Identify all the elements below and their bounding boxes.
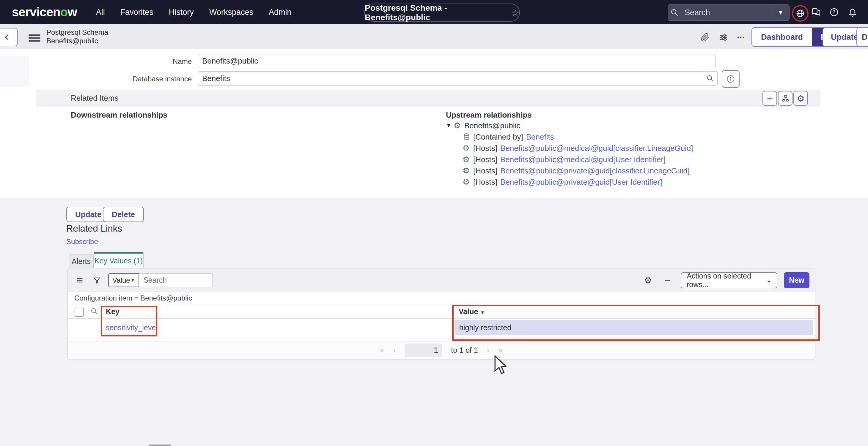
dashboard-view-button[interactable]: Dashboard: [752, 28, 812, 46]
relation-type: [Hosts]: [473, 166, 497, 175]
related-items-band: Related Items ⚙: [36, 90, 820, 107]
value-cell-highlighted[interactable]: highly restricted: [455, 320, 813, 335]
gear-icon: ⚙: [454, 121, 464, 130]
key-values-list: Value ▼ ⚙ Actions on selected rows... ⌄ …: [67, 268, 815, 359]
value-cell-text: highly restricted: [459, 323, 511, 332]
filter-breadcrumb[interactable]: Configuration item = Benefits@public: [74, 294, 192, 302]
context-pill[interactable]: Postgresql Schema - Benefits@public ☆: [364, 4, 520, 22]
side-panel-shadow: [0, 56, 29, 87]
search-field-selector[interactable]: Value ▼: [108, 273, 139, 287]
tree-row: [Contained by] Benefits: [463, 131, 832, 142]
list-menu-icon[interactable]: [73, 274, 86, 287]
key-cell-link[interactable]: sensitivity_level: [106, 323, 158, 332]
context-pill-label: Postgresql Schema - Benefits@public: [365, 3, 507, 22]
servicenow-app: servicenow All Favorites History Workspa…: [0, 0, 868, 446]
tab-key-values[interactable]: Key Values (1): [94, 252, 144, 268]
first-page-button[interactable]: «: [380, 346, 384, 355]
relation-link[interactable]: Benefits@public@private@guid[User Identi…: [500, 178, 662, 187]
search-scope-caret-icon[interactable]: ▼: [772, 9, 789, 16]
hierarchy-icon: [781, 95, 789, 102]
next-page-button[interactable]: ›: [487, 346, 490, 355]
last-page-button[interactable]: »: [498, 346, 503, 355]
expand-caret-icon[interactable]: ▼: [446, 122, 454, 129]
actions-select-value: Actions on selected rows...: [687, 272, 766, 289]
gear-icon: ⚙: [463, 155, 473, 164]
column-header-value[interactable]: Value ▼: [459, 307, 485, 316]
tree-root-row: ▼ ⚙ Benefits@public: [446, 120, 832, 131]
new-button[interactable]: New: [784, 272, 809, 288]
downstream-relationships-header: Downstream relationships: [71, 110, 167, 120]
help-icon[interactable]: ?: [827, 5, 841, 19]
relation-link[interactable]: Benefits@public@private@guid[classifier.…: [500, 166, 690, 175]
chat-icon[interactable]: [809, 5, 824, 19]
database-instance-input[interactable]: [198, 71, 703, 85]
prev-page-button[interactable]: ‹: [393, 346, 396, 355]
nav-item-all[interactable]: All: [96, 8, 105, 17]
gear-icon: ⚙: [463, 143, 473, 153]
search-field-value: Value: [112, 276, 130, 284]
list-header-row: Key Value ▼: [68, 304, 815, 319]
caret-down-icon: ▼: [130, 278, 135, 283]
record-title-name: Benefits@public: [46, 37, 108, 45]
nav-menu: All Favorites History Workspaces Admin: [96, 8, 291, 17]
star-icon[interactable]: ☆: [511, 7, 519, 18]
more-options-icon[interactable]: [735, 32, 747, 43]
related-links-title: Related Links: [66, 223, 122, 234]
chevron-down-icon: ⌄: [766, 277, 771, 284]
add-relationship-button[interactable]: [763, 91, 777, 106]
gear-icon: ⚙: [463, 177, 473, 187]
collapse-list-icon[interactable]: [661, 274, 674, 287]
upstream-relationships-tree: ▼ ⚙ Benefits@public [Contained by] Benef…: [446, 120, 832, 188]
preview-record-button[interactable]: [722, 70, 740, 88]
paperclip-icon[interactable]: [699, 32, 711, 43]
global-search[interactable]: Search ▼: [668, 4, 789, 21]
tree-row: ⚙ [Hosts] Benefits@public@medical@guid[U…: [463, 154, 832, 165]
record-title-type: Postgresql Schema: [46, 28, 108, 37]
tree-row: ⚙ [Hosts] Benefits@public@private@guid[U…: [463, 176, 832, 188]
actions-on-rows-select[interactable]: Actions on selected rows... ⌄: [681, 272, 777, 288]
delete-button[interactable]: Delete: [103, 207, 144, 222]
nav-item-history[interactable]: History: [169, 8, 194, 17]
list-toolbar: Value ▼ ⚙ Actions on selected rows... ⌄ …: [68, 268, 815, 292]
plus-icon: [766, 95, 774, 102]
table-row: sensitivity_level highly restricted: [68, 319, 815, 336]
bell-icon[interactable]: [845, 5, 860, 19]
list-settings-gear-icon[interactable]: ⚙: [642, 274, 655, 287]
info-icon: [726, 74, 735, 83]
list-search-input[interactable]: [139, 273, 213, 287]
column-header-key[interactable]: Key: [106, 307, 120, 316]
record-title: Postgresql Schema Benefits@public: [46, 28, 108, 45]
personalize-form-icon[interactable]: [718, 32, 730, 43]
relation-link[interactable]: Benefits@public@medical@guid[User Identi…: [500, 155, 665, 164]
delete-button-header[interactable]: Delete: [857, 27, 868, 47]
search-icon: [668, 6, 681, 19]
column-search-icon[interactable]: [90, 307, 98, 315]
chevron-left-icon: [4, 33, 11, 41]
name-input[interactable]: [198, 54, 715, 68]
relation-type: [Hosts]: [473, 155, 497, 164]
select-all-checkbox[interactable]: [74, 308, 84, 316]
nav-item-workspaces[interactable]: Workspaces: [209, 8, 253, 17]
dependency-map-button[interactable]: [778, 91, 793, 106]
funnel-icon[interactable]: [90, 274, 103, 287]
back-button[interactable]: [0, 28, 18, 46]
nav-item-favorites[interactable]: Favorites: [120, 8, 153, 17]
database-instance-label: Database instance: [120, 75, 192, 83]
relation-link[interactable]: Benefits: [526, 132, 554, 142]
gear-icon[interactable]: ⚙: [794, 91, 808, 106]
reference-lookup-button[interactable]: [703, 71, 718, 85]
tab-alerts[interactable]: Alerts: [69, 254, 94, 268]
gear-icon: ⚙: [463, 166, 473, 175]
page-number-input[interactable]: [405, 344, 442, 357]
filter-breadcrumb-row: Configuration item = Benefits@public: [68, 292, 815, 304]
sort-caret-icon: ▼: [480, 310, 485, 315]
globe-icon[interactable]: [792, 5, 809, 22]
relation-link[interactable]: Benefits@public@medical@guid[classifier.…: [500, 144, 693, 153]
list-pagination: « ‹ to 1 of 1 › »: [68, 341, 815, 359]
name-label: Name: [120, 57, 192, 66]
subscribe-link[interactable]: Subscribe: [66, 238, 98, 246]
servicenow-logo[interactable]: servicenow: [12, 5, 77, 19]
form-context-menu-icon[interactable]: [29, 33, 40, 43]
tree-root-label: Benefits@public: [464, 121, 520, 130]
nav-item-admin[interactable]: Admin: [269, 8, 291, 17]
